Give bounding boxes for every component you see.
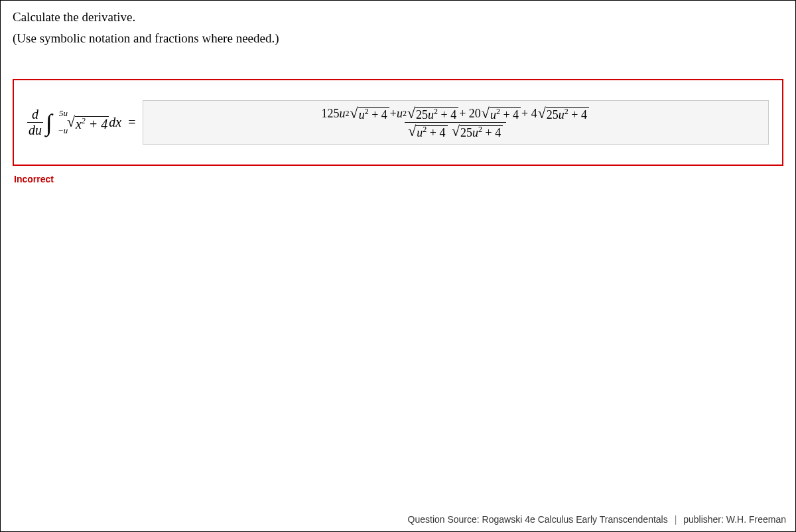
t3-sqrt: √u2 + 4 [482,106,521,121]
t2-var: u [397,107,403,121]
t1-var: u [340,107,346,121]
answer-numerator: 125u2 √u2 + 4 + u2 √25u2 + 4 + 20 √u2 + … [319,105,592,122]
t2-sqrt: √25u2 + 4 [407,106,458,121]
lhs-expression: d du ∫ 5u −u √ x2 + 4 dx = [27,107,143,138]
integral-upper-limit: 5u [59,108,68,119]
sqrt-tail: + 4 [86,117,108,131]
d2-sqrt: √25u2 + 4 [452,124,503,139]
t2-sqrt-var: u [428,108,434,121]
frac-numerator: d [31,107,40,122]
t4-sqrt-body: 25u2 + 4 [546,107,589,122]
d1-sqrt-body: u2 + 4 [416,125,447,140]
answer-input[interactable]: 125u2 √u2 + 4 + u2 √25u2 + 4 + 20 √u2 + … [143,100,769,145]
plus3: + 4 [521,107,537,121]
publisher-value: W.H. Freeman [726,514,786,525]
footer-separator: | [675,514,677,525]
d1-var: u [417,126,423,139]
publisher-label: publisher: [683,514,724,525]
t2-sqrt-tail: + 4 [438,108,456,121]
sqrt-icon: √ [408,124,416,139]
sqrt-icon: √ [538,106,546,121]
d1-sqrt: √u2 + 4 [408,124,447,139]
sqrt-icon: √ [452,124,460,139]
question-container: Calculate the derivative. (Use symbolic … [0,0,796,532]
integrand: √ x2 + 4 dx [67,115,121,131]
d2-var: u [472,126,478,139]
frac-denominator: du [27,122,43,138]
d2-sqrt-body: 25u2 + 4 [460,125,503,140]
sqrt-var: x [76,117,82,131]
integral-sign-icon: ∫ [46,111,52,135]
sqrt-icon: √ [407,106,415,121]
source-value: Rogawski 4e Calculus Early Transcendenta… [482,514,668,525]
source-label: Question Source: [408,514,480,525]
t3-sqrt-tail: + 4 [500,108,519,121]
sqrt-body: x2 + 4 [75,116,109,132]
prompt-line-2: (Use symbolic notation and fractions whe… [13,31,783,46]
feedback-label: Incorrect [14,174,783,184]
prompt-line-1: Calculate the derivative. [13,10,783,25]
t3-sqrt-var: u [490,108,496,121]
d2-tail: + 4 [482,126,501,139]
d1-tail: + 4 [427,126,445,139]
footer: Question Source: Rogawski 4e Calculus Ea… [408,514,786,525]
answer-row: d du ∫ 5u −u √ x2 + 4 dx = [13,79,783,166]
answer-denominator: √u2 + 4 √25u2 + 4 [405,122,506,140]
t1-sqrt-var: u [359,108,365,121]
sqrt-icon: √ [482,106,490,121]
t4-sqrt-var: u [559,108,564,121]
t2-sqrt-coef: 25 [416,108,428,121]
sqrt-icon: √ [67,115,75,129]
t1-coef: 125 [322,107,340,121]
integral-lower-limit: −u [58,125,68,136]
t1-sqrt: √u2 + 4 [350,106,389,121]
t4-sqrt: √25u2 + 4 [538,106,589,121]
dx: dx [109,115,121,130]
answer-fraction: 125u2 √u2 + 4 + u2 √25u2 + 4 + 20 √u2 + … [319,105,592,140]
sqrt: √ x2 + 4 [67,115,109,131]
equals-sign: = [128,115,135,130]
t3-sqrt-body: u2 + 4 [490,107,521,122]
derivative-fraction: d du [27,107,43,138]
sqrt-icon: √ [350,106,358,121]
plus1: + [390,107,397,121]
t2-sqrt-body: 25u2 + 4 [415,107,458,122]
integral: ∫ 5u −u √ x2 + 4 dx [46,111,121,135]
t4-sqrt-coef: 25 [547,108,559,121]
t1-sqrt-body: u2 + 4 [358,107,389,122]
d2-coef: 25 [460,126,472,139]
plus2: + 20 [459,107,481,121]
t1-sqrt-tail: + 4 [369,108,387,121]
t4-sqrt-tail: + 4 [568,108,587,121]
